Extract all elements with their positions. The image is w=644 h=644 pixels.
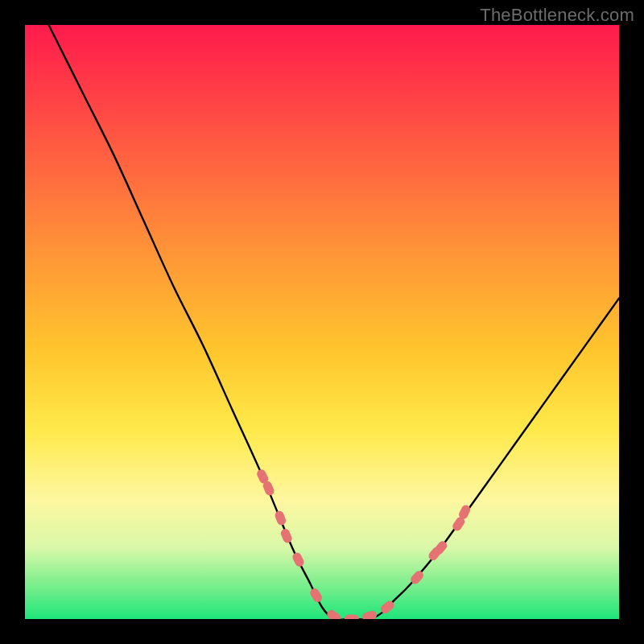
watermark-text: TheBottleneck.com	[480, 5, 634, 26]
plot-area	[25, 25, 619, 619]
highlight-dot	[274, 510, 287, 526]
highlight-dot	[308, 587, 324, 604]
curve-svg	[25, 25, 619, 619]
highlight-dot	[291, 551, 306, 568]
highlight-dot	[325, 609, 342, 619]
highlight-dot	[279, 527, 293, 544]
highlight-dot	[361, 609, 378, 619]
highlight-dot	[345, 615, 359, 620]
salmon-dot-band	[255, 468, 472, 619]
chart-frame: TheBottleneck.com	[0, 0, 644, 644]
bottleneck-curve-path	[25, 25, 619, 619]
